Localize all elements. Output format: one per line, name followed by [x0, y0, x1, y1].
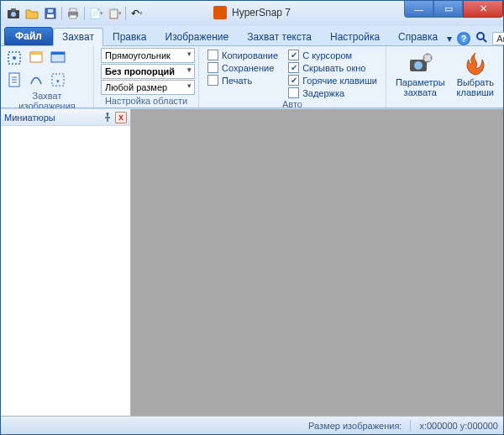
group-actions: Параметры захвата Выбрать клавиши	[386, 46, 503, 107]
open-icon[interactable]	[24, 6, 39, 21]
check-cursor[interactable]: ✔С курсором	[288, 50, 377, 60]
svg-rect-5	[48, 9, 53, 13]
statusbar: Размер изображения: x:000000 y:000000	[1, 416, 503, 434]
tab-capture[interactable]: Захват	[53, 28, 103, 46]
check-save[interactable]: Сохранение	[207, 62, 278, 73]
close-button[interactable]: ✕	[463, 1, 503, 18]
qat-separator	[84, 7, 85, 20]
qat-separator	[125, 7, 126, 20]
tab-file[interactable]: Файл	[4, 27, 53, 45]
auto-dropdown[interactable]: Авто	[492, 32, 504, 45]
print-icon[interactable]	[66, 6, 81, 21]
capture-window-icon[interactable]	[26, 48, 46, 68]
gear-camera-icon	[407, 50, 433, 77]
shape-combo[interactable]: Прямоугольник	[101, 48, 195, 63]
svg-rect-8	[70, 15, 76, 18]
tab-help[interactable]: Справка	[389, 28, 447, 45]
minimize-button[interactable]: —	[404, 1, 433, 18]
ratio-combo[interactable]: Без пропорций	[101, 64, 195, 79]
svg-point-23	[107, 113, 109, 115]
capture-params-button[interactable]: Параметры захвата	[390, 48, 451, 100]
check-hotkeys[interactable]: ✔Горячие клавиши	[288, 75, 377, 86]
save-icon[interactable]	[43, 6, 58, 21]
tab-settings[interactable]: Настройка	[321, 28, 389, 45]
thumbnails-header: Миниатюры x	[1, 109, 130, 126]
search-icon[interactable]	[475, 31, 487, 45]
ribbon-tabs: Файл Захват Правка Изображение Захват те…	[1, 26, 503, 46]
undo-icon[interactable]: ↶▾	[129, 6, 144, 21]
thumbnails-title: Миниатюры	[4, 113, 55, 123]
choose-hotkeys-button[interactable]: Выбрать клавиши	[451, 48, 500, 100]
window-title: HyperSnap 7	[213, 6, 291, 19]
app-window: 📄▾ 📋▾ ↶▾ HyperSnap 7 — ▭ ✕ Файл Захват П…	[0, 0, 504, 435]
workspace[interactable]	[131, 109, 503, 416]
flame-icon	[462, 50, 489, 77]
qat-separator	[61, 7, 62, 20]
group-auto: Копирование Сохранение Печать ✔С курсоро…	[199, 46, 386, 107]
window-controls: — ▭ ✕	[404, 1, 503, 18]
status-size-label: Размер изображения:	[308, 421, 402, 431]
tabs-right: ▾ ? Авто	[447, 31, 504, 45]
svg-point-2	[11, 12, 16, 17]
svg-rect-4	[47, 14, 54, 18]
camera-icon[interactable]	[6, 6, 21, 21]
size-combo[interactable]: Любой размер	[101, 80, 195, 95]
capture-more-icon[interactable]: ▾	[48, 70, 68, 90]
check-hide-window[interactable]: ✔Скрывать окно	[288, 62, 377, 73]
check-copy[interactable]: Копирование	[207, 50, 278, 60]
svg-rect-7	[70, 8, 76, 12]
svg-point-12	[13, 56, 16, 60]
paste-icon[interactable]: 📋▾	[107, 6, 122, 21]
capture-fullscreen-icon[interactable]	[48, 48, 68, 68]
title-text: HyperSnap 7	[232, 7, 291, 18]
check-print[interactable]: Печать	[207, 75, 278, 86]
tab-edit[interactable]: Правка	[103, 28, 156, 45]
svg-line-10	[483, 39, 486, 42]
maximize-button[interactable]: ▭	[433, 1, 463, 18]
svg-rect-1	[11, 8, 16, 11]
copy-icon[interactable]: 📄▾	[88, 6, 103, 21]
help-icon[interactable]: ?	[457, 32, 470, 45]
quick-access-toolbar: 📄▾ 📋▾ ↶▾	[1, 6, 144, 21]
status-coords: x:000000 y:000000	[419, 421, 498, 431]
check-delay[interactable]: Задержка	[288, 87, 377, 98]
group-capture-image: ▾ Захват изображения	[1, 46, 94, 107]
titlebar: 📄▾ 📋▾ ↶▾ HyperSnap 7 — ▭ ✕	[1, 1, 503, 26]
svg-point-9	[477, 33, 484, 39]
status-separator	[410, 420, 411, 432]
svg-rect-16	[51, 52, 65, 55]
svg-text:▾: ▾	[56, 78, 60, 84]
group-label-region: Настройка области	[97, 95, 195, 107]
capture-freehand-icon[interactable]	[26, 70, 46, 90]
tab-image[interactable]: Изображение	[156, 28, 239, 45]
ribbon: ▾ Захват изображения Прямоугольник Без п…	[1, 46, 503, 108]
svg-rect-14	[30, 52, 42, 55]
tab-text-capture[interactable]: Захват текста	[238, 28, 321, 45]
tabs-expand-icon[interactable]: ▾	[447, 33, 452, 45]
close-panel-icon[interactable]: x	[115, 112, 127, 123]
capture-region-icon[interactable]	[4, 48, 24, 68]
pin-icon[interactable]	[102, 112, 113, 123]
body-area: Миниатюры x	[1, 108, 503, 416]
svg-point-21	[414, 61, 423, 70]
group-region-settings: Прямоугольник Без пропорций Любой размер…	[94, 46, 199, 107]
thumbnails-panel: Миниатюры x	[1, 109, 131, 416]
capture-scroll-icon[interactable]	[4, 70, 24, 90]
app-icon	[213, 6, 227, 19]
thumbnails-list[interactable]	[1, 126, 130, 416]
